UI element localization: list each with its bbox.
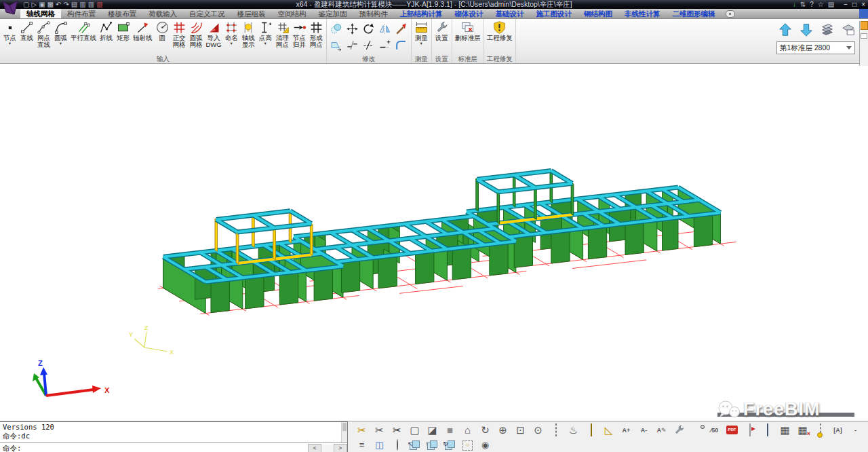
home-view-icon[interactable]: ⌂: [459, 423, 476, 438]
command-horizontal-scrollbar[interactable]: < >: [308, 444, 347, 452]
command-input-row[interactable]: 命令: < >: [0, 442, 347, 452]
favorite-icon[interactable]: ☆: [818, 1, 824, 9]
floor-plan-icon[interactable]: [840, 21, 857, 39]
tab-custom-case[interactable]: 自定义工况: [183, 9, 231, 18]
open-file-icon[interactable]: ▷: [31, 1, 37, 9]
assembly-tool-icon[interactable]: ◫: [371, 438, 388, 451]
render-teapot-icon[interactable]: ♨: [565, 423, 582, 438]
rectangle-button[interactable]: 矩形: [115, 20, 132, 41]
scissors-icon[interactable]: ✂: [371, 423, 388, 438]
merge-nodes-button[interactable]: 节点归并: [291, 20, 308, 48]
scroll-right-button[interactable]: >: [334, 444, 347, 452]
snap-scissors-icon[interactable]: ✂: [353, 423, 370, 438]
tab-slab-layout[interactable]: 楼板布置: [102, 9, 142, 18]
column-view-icon[interactable]: [759, 423, 776, 438]
panel-icon[interactable]: ▤: [828, 1, 834, 9]
text-zoom-out-icon[interactable]: A-: [635, 423, 652, 438]
settings-button[interactable]: 设置: [433, 20, 450, 41]
point-height-button[interactable]: 点高▾: [257, 20, 274, 45]
parallel-line-button[interactable]: 平行直线: [69, 20, 98, 41]
tab-floor-assembly[interactable]: 楼层组装: [231, 9, 272, 18]
tab-nonlinear-calc[interactable]: 非线性计算: [618, 9, 667, 18]
project-repair-button[interactable]: 工程修复: [486, 20, 514, 41]
tab-precast[interactable]: 预制构件: [353, 9, 394, 18]
wireframe-cube-icon[interactable]: ▢: [406, 423, 423, 438]
polyline-button[interactable]: 折线: [98, 20, 115, 41]
tab-load-input[interactable]: 荷载输入: [142, 9, 183, 18]
window-select-icon[interactable]: [812, 423, 829, 438]
trim-icon[interactable]: [361, 37, 377, 53]
axis-display-button[interactable]: 轴线显示: [240, 20, 257, 48]
zoom-window-icon[interactable]: ⊡: [512, 423, 529, 438]
structural-model-3d-view[interactable]: Z Y X Z X: [0, 64, 868, 421]
import-dwg-button[interactable]: 导入DWG: [205, 20, 223, 48]
radial-line-button[interactable]: 辐射线: [132, 20, 154, 41]
window-delete-icon[interactable]: ▦×: [794, 423, 811, 438]
extend-icon[interactable]: [377, 37, 393, 53]
tab-member-layout[interactable]: 构件布置: [61, 9, 102, 18]
ortho-grid-button[interactable]: 正交网格: [171, 20, 188, 48]
undo-icon[interactable]: ↶: [56, 1, 61, 9]
tab-foundation-design[interactable]: 基础设计: [490, 9, 530, 18]
close-doc-icon[interactable]: ▥: [96, 1, 102, 9]
copy-icon[interactable]: [328, 20, 344, 37]
hidden-line-cube-icon[interactable]: ◪: [424, 423, 441, 438]
restore-button[interactable]: □: [852, 1, 856, 9]
folder-icon[interactable]: [861, 21, 868, 30]
print-icon[interactable]: ▤: [71, 1, 77, 9]
standard-floor-selector[interactable]: 第1标准层 2800: [776, 41, 855, 54]
sync-icon[interactable]: ⇅: [800, 1, 806, 9]
form-grid-points-button[interactable]: 形成网点: [308, 20, 325, 48]
save-as-icon[interactable]: ▩: [47, 1, 54, 9]
measure-button[interactable]: 测量▾: [413, 20, 430, 45]
wrench-icon[interactable]: [671, 423, 688, 438]
camera-icon[interactable]: [688, 423, 705, 438]
double-scissors-icon[interactable]: ✂: [389, 423, 406, 438]
toolbar-more-icon[interactable]: -: [847, 423, 864, 438]
copy-all-icon[interactable]: ↻: [441, 438, 458, 451]
orbit-view-icon[interactable]: ↻: [477, 423, 494, 438]
doc-export-icon[interactable]: [741, 423, 758, 438]
tab-space-structure[interactable]: 空间结构: [272, 9, 313, 18]
scroll-left-button[interactable]: <: [308, 444, 321, 452]
arc-button[interactable]: 圆弧▾: [52, 20, 69, 45]
save-icon[interactable]: ▣: [39, 1, 45, 9]
selection-window-icon[interactable]: [547, 423, 564, 438]
color-wheel-icon[interactable]: [389, 438, 406, 451]
group-shape-icon[interactable]: ○: [459, 438, 476, 451]
model-viewport[interactable]: Z Y X Z X: [0, 64, 868, 421]
tab-construction-drawing[interactable]: 施工图设计: [530, 9, 578, 18]
tab-masonry-design[interactable]: 砌体设计: [449, 9, 490, 18]
axis-name-button[interactable]: 命名▾: [223, 20, 240, 45]
angle-50-icon[interactable]: ∕50: [706, 423, 723, 438]
tab-axis-grid[interactable]: 轴线网格: [20, 9, 61, 18]
measure-angle-icon[interactable]: ◺: [600, 423, 617, 438]
download-icon[interactable]: ↓: [793, 1, 796, 9]
floor-up-button[interactable]: [776, 21, 794, 39]
redo-icon[interactable]: ↷: [63, 1, 68, 9]
sphere-drop-icon[interactable]: ◉: [477, 438, 494, 451]
delete-std-layer-button[interactable]: 删标准层: [454, 20, 482, 41]
export-icon[interactable]: ▥: [79, 1, 85, 9]
tab-superstructure-calc[interactable]: 上部结构计算: [394, 9, 449, 18]
command-vertical-scrollbar[interactable]: [341, 422, 347, 442]
arc-grid-button[interactable]: 圆弧网格: [188, 20, 205, 48]
export-view-icon[interactable]: ▥: [88, 1, 94, 9]
fillet-icon[interactable]: [393, 37, 410, 53]
tab-steel-drawing[interactable]: 钢结构图: [578, 9, 618, 18]
rotate-icon[interactable]: [361, 20, 377, 37]
help-icon[interactable]: ?: [810, 1, 814, 9]
stretch-icon[interactable]: [328, 37, 344, 53]
erase-icon[interactable]: [393, 20, 410, 37]
command-window[interactable]: Versions 120 命令:dc 命令: < >: [0, 421, 348, 452]
tab-overflow-button[interactable]: [726, 10, 735, 18]
line-button[interactable]: 直线: [18, 20, 35, 41]
new-file-icon[interactable]: ▢: [23, 1, 29, 9]
close-button[interactable]: ×: [861, 1, 865, 9]
all-floors-icon[interactable]: [818, 21, 836, 39]
grid-point-line-button[interactable]: 网点直线: [35, 20, 52, 48]
minimize-button[interactable]: −: [844, 1, 848, 9]
break-icon[interactable]: [344, 37, 361, 53]
clean-grid-points-button[interactable]: 清理网点: [274, 20, 291, 48]
copy-layer-icon[interactable]: ↖: [406, 438, 423, 451]
